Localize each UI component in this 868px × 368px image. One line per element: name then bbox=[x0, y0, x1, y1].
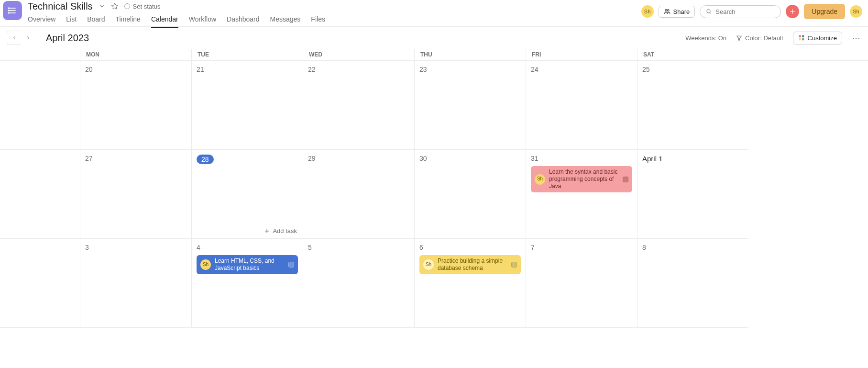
calendar-toolbar: April 2023 Weekends: On Color: Default C… bbox=[0, 27, 868, 49]
calendar-cell[interactable]: 24 bbox=[526, 61, 637, 150]
day-header: TUE bbox=[191, 49, 303, 60]
color-filter[interactable]: Color: Default bbox=[736, 34, 783, 42]
calendar-cell[interactable]: 3 bbox=[80, 239, 191, 328]
day-header: MON bbox=[80, 49, 191, 60]
calendar-cell[interactable]: 25 bbox=[637, 61, 748, 150]
task-complete-checkbox[interactable] bbox=[288, 262, 294, 268]
tab-timeline[interactable]: Timeline bbox=[116, 15, 141, 28]
calendar-cell[interactable] bbox=[0, 150, 80, 239]
calendar-cell[interactable]: 31ShLearn the syntax and basic programmi… bbox=[526, 150, 637, 239]
plus-icon bbox=[264, 228, 270, 234]
day-number: 30 bbox=[419, 155, 521, 162]
tab-files[interactable]: Files bbox=[311, 15, 325, 28]
calendar-cell[interactable]: 22 bbox=[303, 61, 414, 150]
tab-list[interactable]: List bbox=[66, 15, 77, 28]
day-number: 5 bbox=[308, 244, 409, 251]
user-avatar[interactable]: Sh bbox=[850, 5, 862, 18]
day-number: 21 bbox=[197, 66, 298, 73]
day-number: 20 bbox=[85, 66, 187, 73]
day-header: THU bbox=[414, 49, 526, 60]
task-complete-checkbox[interactable] bbox=[511, 262, 517, 268]
tab-overview[interactable]: Overview bbox=[28, 15, 55, 28]
day-number: 8 bbox=[642, 244, 744, 251]
day-number: 24 bbox=[531, 66, 632, 73]
tab-messages[interactable]: Messages bbox=[270, 15, 301, 28]
day-number: 4 bbox=[197, 244, 298, 251]
tab-dashboard[interactable]: Dashboard bbox=[227, 15, 260, 28]
svg-marker-6 bbox=[111, 3, 118, 9]
calendar-cell[interactable]: 27 bbox=[80, 150, 191, 239]
prev-month-button[interactable] bbox=[7, 31, 21, 45]
task-card[interactable]: ShLearn HTML, CSS, and JavaScript basics bbox=[197, 255, 298, 274]
title-area: Technical Skills Set status OverviewList… bbox=[28, 0, 641, 28]
add-button[interactable] bbox=[786, 5, 799, 18]
calendar-cell[interactable]: 5 bbox=[303, 239, 414, 328]
month-label: April 2023 bbox=[46, 33, 89, 44]
calendar-cell[interactable]: 28Add task bbox=[191, 150, 303, 239]
calendar-cell[interactable]: April 1 bbox=[637, 150, 748, 239]
calendar-cell[interactable]: 23 bbox=[414, 61, 526, 150]
share-button[interactable]: Share bbox=[659, 6, 695, 18]
color-label: Color: Default bbox=[745, 34, 783, 42]
svg-rect-15 bbox=[802, 35, 804, 37]
calendar-cell[interactable]: 4ShLearn HTML, CSS, and JavaScript basic… bbox=[191, 239, 303, 328]
day-number: 7 bbox=[531, 244, 632, 251]
calendar-cell[interactable]: 6ShPractice building a simple database s… bbox=[414, 239, 526, 328]
project-icon bbox=[3, 1, 22, 20]
day-number: 22 bbox=[308, 66, 409, 73]
add-task-label: Add task bbox=[273, 227, 297, 234]
tab-workflow[interactable]: Workflow bbox=[189, 15, 216, 28]
customize-icon bbox=[798, 34, 805, 41]
more-button[interactable]: ⋯ bbox=[852, 33, 861, 43]
tabs: OverviewListBoardTimelineCalendarWorkflo… bbox=[28, 15, 641, 28]
search-box[interactable] bbox=[700, 5, 781, 18]
tab-calendar[interactable]: Calendar bbox=[151, 15, 178, 28]
calendar-cell[interactable]: 29 bbox=[303, 150, 414, 239]
calendar-cell[interactable]: 7 bbox=[526, 239, 637, 328]
calendar-cell[interactable]: 30 bbox=[414, 150, 526, 239]
task-title: Practice building a simple database sche… bbox=[438, 257, 507, 272]
svg-point-8 bbox=[667, 10, 669, 11]
day-number: 28 bbox=[197, 155, 214, 164]
svg-line-10 bbox=[710, 12, 711, 14]
svg-point-5 bbox=[9, 12, 10, 13]
assignee-avatar[interactable]: Sh bbox=[641, 5, 654, 18]
svg-point-9 bbox=[707, 10, 710, 13]
status-circle-icon bbox=[124, 3, 130, 9]
calendar-cell[interactable] bbox=[0, 61, 80, 150]
weekends-toggle[interactable]: Weekends: On bbox=[685, 34, 726, 42]
calendar-cell[interactable]: 8 bbox=[637, 239, 748, 328]
svg-point-7 bbox=[665, 10, 667, 11]
task-complete-checkbox[interactable] bbox=[623, 177, 628, 182]
day-number: 27 bbox=[85, 155, 187, 162]
svg-rect-17 bbox=[802, 38, 804, 40]
search-icon bbox=[706, 8, 712, 15]
task-card[interactable]: ShLearn the syntax and basic programming… bbox=[531, 166, 632, 192]
calendar-day-headers: MONTUEWEDTHUFRISAT bbox=[0, 49, 868, 61]
svg-rect-16 bbox=[799, 38, 801, 40]
svg-point-4 bbox=[9, 10, 10, 11]
search-input[interactable] bbox=[715, 8, 775, 15]
calendar-cell[interactable] bbox=[0, 239, 80, 328]
calendar-cell[interactable]: 20 bbox=[80, 61, 191, 150]
day-number: 29 bbox=[308, 155, 409, 162]
next-month-button[interactable] bbox=[21, 31, 35, 45]
day-header: SAT bbox=[637, 49, 748, 60]
set-status-button[interactable]: Set status bbox=[124, 3, 161, 10]
set-status-label: Set status bbox=[133, 3, 161, 10]
day-number: 31 bbox=[531, 155, 632, 162]
task-card[interactable]: ShPractice building a simple database sc… bbox=[419, 255, 521, 274]
calendar-cell[interactable]: 21 bbox=[191, 61, 303, 150]
add-task-button[interactable]: Add task bbox=[264, 227, 297, 234]
star-icon[interactable] bbox=[111, 2, 119, 10]
title-dropdown[interactable] bbox=[99, 3, 105, 10]
task-title: Learn the syntax and basic programming c… bbox=[549, 168, 619, 190]
customize-button[interactable]: Customize bbox=[793, 32, 842, 45]
top-right: Sh Share Upgrade Sh bbox=[641, 4, 862, 19]
tab-board[interactable]: Board bbox=[87, 15, 105, 28]
task-assignee-avatar: Sh bbox=[423, 259, 434, 270]
customize-label: Customize bbox=[808, 34, 837, 42]
task-assignee-avatar: Sh bbox=[200, 259, 211, 270]
day-number: 3 bbox=[85, 244, 187, 251]
upgrade-button[interactable]: Upgrade bbox=[804, 4, 845, 19]
